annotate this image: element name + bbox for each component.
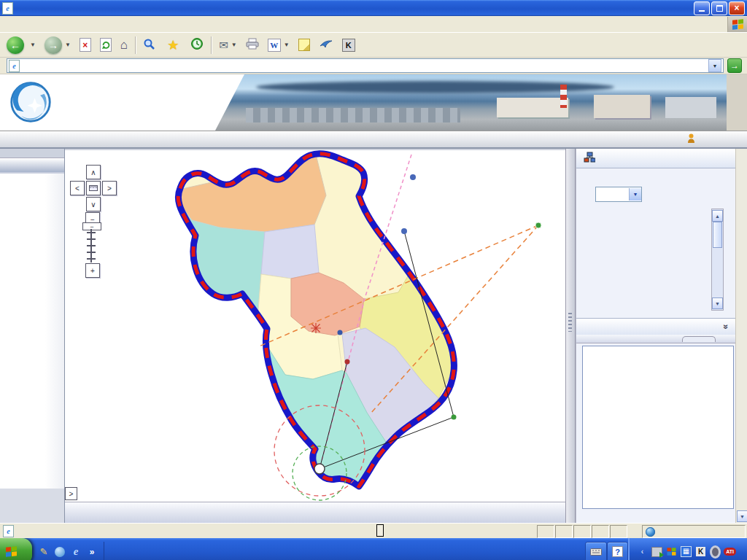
- windows-taskbar: ✎ e » ? ‹ ▦ K ATI: [0, 538, 747, 560]
- refresh-button[interactable]: [96, 35, 115, 55]
- quick-launch-bar: ✎ e »: [32, 542, 104, 560]
- gis-map[interactable]: [65, 150, 568, 502]
- year-dropdown-icon[interactable]: ▼: [629, 188, 641, 201]
- tray-hide-chevron[interactable]: ‹: [637, 546, 648, 557]
- forward-button[interactable]: → ▼: [41, 35, 74, 55]
- horizontal-splitter[interactable]: [576, 335, 736, 343]
- restore-button[interactable]: [711, 1, 727, 15]
- main-content: ∧ < > ∨ − − + >: [0, 149, 747, 523]
- intranet-globe-icon: [646, 527, 655, 537]
- track-point: [345, 359, 350, 365]
- mail-dropdown-icon[interactable]: ▼: [231, 42, 237, 48]
- ie-page-icon: e: [2, 2, 13, 15]
- typhoon-panel-header: [576, 149, 736, 168]
- year-select[interactable]: ▼: [595, 187, 642, 202]
- sidebar-expand-button[interactable]: >: [65, 487, 77, 500]
- track-point: [535, 222, 541, 228]
- track-point: [410, 174, 416, 180]
- panel-splitter[interactable]: [565, 149, 576, 523]
- zoom-slider-track[interactable]: [90, 229, 92, 262]
- quicklaunch-overflow-chevron[interactable]: »: [86, 546, 98, 558]
- help-button[interactable]: ?: [607, 542, 628, 560]
- refresh-icon: [100, 38, 112, 52]
- toolbar-separator: [211, 36, 212, 54]
- pan-up-button[interactable]: ∧: [86, 165, 101, 179]
- scroll-down-icon[interactable]: ▼: [737, 510, 747, 522]
- windows-flag-icon: [732, 19, 743, 30]
- panel-scrollbar[interactable]: ▼: [735, 149, 747, 523]
- mail-button[interactable]: ✉ ▼: [215, 35, 241, 55]
- typhoon-table: [582, 209, 711, 294]
- tray-kaspersky-icon[interactable]: K: [695, 546, 706, 557]
- typhoon-table-scrollbar[interactable]: ▲ ▼: [711, 209, 724, 311]
- quicklaunch-pen-icon[interactable]: ✎: [38, 546, 50, 558]
- browser-window: e × ← ▼ → ▼ × ⌂: [0, 0, 747, 560]
- back-dropdown-icon[interactable]: ▼: [30, 42, 36, 48]
- scroll-up-icon[interactable]: ▲: [712, 210, 723, 222]
- start-button[interactable]: [0, 538, 32, 560]
- quicklaunch-ie-icon[interactable]: e: [70, 546, 82, 558]
- pan-right-button[interactable]: >: [102, 181, 117, 195]
- zoom-in-step-button[interactable]: +: [85, 263, 100, 278]
- notes-button[interactable]: [295, 35, 314, 55]
- stop-button[interactable]: ×: [76, 35, 95, 55]
- go-arrow-icon: →: [727, 58, 742, 73]
- address-input[interactable]: e ▼: [7, 58, 724, 73]
- edit-dropdown-icon[interactable]: ▼: [284, 42, 290, 48]
- track-point: [452, 415, 457, 420]
- back-button[interactable]: ← ▼: [3, 35, 39, 55]
- close-button[interactable]: ×: [729, 1, 745, 15]
- plant-photo: [215, 74, 727, 131]
- toolbar-separator: [135, 36, 136, 54]
- quicklaunch-msn-icon[interactable]: [54, 546, 66, 558]
- back-icon: ←: [7, 36, 24, 54]
- print-icon: [246, 38, 259, 52]
- forward-dropdown-icon[interactable]: ▼: [65, 42, 71, 48]
- favorites-button[interactable]: ★: [163, 35, 185, 55]
- windows-flag-icon: [6, 546, 17, 557]
- zoom-slider-handle[interactable]: −: [82, 222, 101, 230]
- tray-grid-icon[interactable]: ▦: [681, 546, 692, 557]
- typhoon-panel: ▼ ▲ ▼ » ▼: [576, 149, 747, 523]
- favorites-star-icon: ★: [167, 37, 179, 53]
- pan-down-button[interactable]: ∨: [86, 197, 101, 211]
- full-extent-button[interactable]: [86, 181, 101, 195]
- note-icon: [298, 39, 310, 51]
- map-area[interactable]: ∧ < > ∨ − − + >: [65, 149, 565, 523]
- browser-toolbar: ← ▼ → ▼ × ⌂ ★: [0, 33, 747, 58]
- go-button[interactable]: →: [727, 58, 744, 73]
- status-bar: e: [0, 523, 747, 538]
- collapse-chevron-icon[interactable]: »: [721, 324, 732, 330]
- kaspersky-button[interactable]: K: [338, 35, 359, 55]
- tray-ati-icon[interactable]: ATI: [724, 546, 735, 557]
- data-tree-icon: [584, 152, 595, 165]
- print-button[interactable]: [242, 35, 263, 55]
- security-zone: [642, 525, 746, 538]
- search-button[interactable]: [139, 35, 162, 55]
- tray-sql-icon[interactable]: [651, 546, 662, 557]
- minimize-button[interactable]: [694, 1, 710, 15]
- address-dropdown-button[interactable]: ▼: [708, 59, 721, 72]
- path-list-header[interactable]: »: [576, 318, 736, 335]
- home-button[interactable]: ⌂: [117, 35, 131, 55]
- tray-windows-icon[interactable]: [666, 546, 677, 557]
- forward-icon: →: [44, 36, 62, 54]
- messenger-button[interactable]: [315, 35, 337, 55]
- map-toolbar: [65, 502, 565, 523]
- bird-icon: [319, 39, 333, 51]
- layers-sidebar: [0, 149, 65, 523]
- window-titlebar: e ×: [0, 0, 747, 16]
- k-icon: K: [342, 39, 355, 52]
- tray-update-icon[interactable]: [710, 546, 721, 557]
- sidebar-title: [0, 158, 64, 174]
- track-point: [401, 228, 407, 234]
- ie-page-icon: e: [9, 60, 20, 72]
- history-icon: [190, 37, 204, 52]
- user-icon: [687, 133, 695, 146]
- history-button[interactable]: [187, 35, 207, 55]
- home-icon: ⌂: [120, 38, 128, 52]
- language-bar-button[interactable]: [585, 542, 607, 560]
- scroll-down-icon[interactable]: ▼: [712, 298, 723, 309]
- pan-left-button[interactable]: <: [70, 181, 85, 195]
- edit-word-button[interactable]: W ▼: [264, 35, 293, 55]
